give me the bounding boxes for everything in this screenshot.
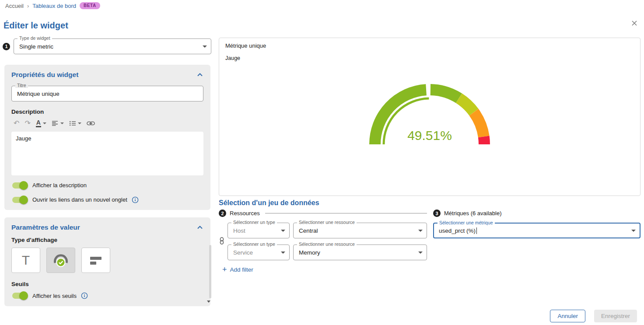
step-1-badge: 1 bbox=[3, 43, 10, 50]
value-settings-heading: Paramètres de valeur bbox=[11, 224, 80, 231]
field-value: Host bbox=[233, 227, 245, 234]
display-type-bar-tile[interactable] bbox=[81, 248, 110, 273]
chevron-down-icon bbox=[631, 230, 636, 232]
value-settings-panel: Paramètres de valeur Type d'affichage T bbox=[4, 217, 210, 306]
breadcrumb-separator-icon: › bbox=[27, 3, 29, 9]
field-value: Central bbox=[299, 227, 318, 234]
chevron-down-icon bbox=[418, 252, 423, 254]
field-value: Memory bbox=[299, 249, 320, 256]
gauge-value-text: 49.51% bbox=[407, 128, 452, 143]
chevron-down-icon bbox=[281, 252, 285, 254]
properties-heading: Propriétés du widget bbox=[11, 71, 78, 79]
chevron-down-icon bbox=[281, 230, 285, 232]
widget-properties-panel: Propriétés du widget Titre Description ↶… bbox=[4, 65, 210, 210]
step-2-badge: 2 bbox=[219, 210, 226, 217]
preview-title: Métrique unique bbox=[225, 42, 634, 49]
collapse-properties-chevron-up-icon[interactable] bbox=[196, 72, 203, 77]
field-label: Sélectionner une ressource bbox=[297, 242, 357, 247]
plus-icon: + bbox=[222, 266, 227, 273]
metrics-section: 3 Métriques (6 available) Sélectionner u… bbox=[433, 210, 640, 238]
gauge-display-icon bbox=[52, 252, 70, 268]
field-label: Sélectionner une ressource bbox=[297, 220, 357, 225]
bar-display-icon bbox=[88, 253, 103, 267]
widget-type-row: 1 Type de widget Single metric bbox=[3, 38, 211, 54]
page-title: Éditer le widget bbox=[4, 21, 68, 31]
metrics-label: Métriques (6 available) bbox=[444, 210, 502, 217]
preview-description: Jauge bbox=[225, 55, 634, 61]
add-filter-label: Add filter bbox=[230, 266, 253, 273]
resource-row: Sélectionner un type Host Sélectionner u… bbox=[228, 223, 427, 238]
metric-select[interactable]: Sélectionner une métrique used_prct (%) bbox=[433, 223, 640, 238]
widget-editor-page: Accueil › Tableaux de bord BETA Éditer l… bbox=[0, 0, 644, 325]
breadcrumb: Accueil › Tableaux de bord BETA bbox=[5, 2, 100, 9]
open-links-new-tab-label: Ouvrir les liens dans un nouvel onglet bbox=[32, 196, 127, 203]
title-field[interactable]: Titre bbox=[11, 86, 203, 101]
gauge-chart: 49.51% bbox=[342, 74, 517, 153]
breadcrumb-dashboards-link[interactable]: Tableaux de bord bbox=[32, 3, 76, 9]
text-color-icon[interactable]: A bbox=[34, 119, 49, 128]
info-icon[interactable] bbox=[81, 292, 88, 299]
show-description-label: Afficher la description bbox=[32, 182, 87, 189]
link-resources-icon[interactable] bbox=[219, 237, 224, 245]
resources-divider bbox=[265, 213, 427, 213]
show-description-toggle[interactable] bbox=[11, 181, 28, 190]
thresholds-label: Seuils bbox=[11, 281, 203, 287]
widget-preview-panel: Métrique unique Jauge 49.51% bbox=[219, 38, 640, 196]
cancel-button[interactable]: Annuler bbox=[550, 310, 585, 322]
resource-type-select-host[interactable]: Sélectionner un type Host bbox=[228, 223, 290, 238]
metric-select-label: Sélectionner une métrique bbox=[438, 220, 495, 225]
redo-icon[interactable]: ↷ bbox=[22, 119, 32, 128]
add-filter-button[interactable]: + Add filter bbox=[222, 266, 427, 273]
breadcrumb-home-link[interactable]: Accueil bbox=[5, 3, 24, 9]
step-3-badge: 3 bbox=[433, 210, 441, 217]
text-display-icon: T bbox=[22, 253, 30, 268]
display-type-options: T bbox=[11, 248, 203, 273]
chevron-down-icon bbox=[418, 230, 423, 232]
description-label: Description bbox=[11, 108, 203, 115]
widget-type-select[interactable]: Type de widget Single metric bbox=[14, 38, 211, 54]
display-type-text-tile[interactable]: T bbox=[11, 248, 40, 273]
left-scrollbar-thumb[interactable] bbox=[209, 245, 211, 298]
chevron-down-icon bbox=[203, 45, 207, 48]
align-icon[interactable] bbox=[49, 119, 66, 127]
description-editor[interactable]: Jauge bbox=[11, 132, 203, 175]
link-icon[interactable] bbox=[84, 120, 97, 127]
field-value: Service bbox=[233, 249, 253, 256]
chevron-down-icon bbox=[78, 122, 81, 124]
close-icon[interactable] bbox=[630, 19, 639, 28]
scrollbar-down-arrow-icon[interactable] bbox=[207, 301, 210, 303]
richtext-toolbar: ↶ ↷ A bbox=[11, 119, 203, 128]
show-thresholds-toggle[interactable] bbox=[11, 291, 28, 300]
widget-type-label: Type de widget bbox=[18, 36, 52, 41]
resource-select-memory[interactable]: Sélectionner une ressource Memory bbox=[293, 245, 427, 260]
undo-icon[interactable]: ↶ bbox=[11, 119, 21, 128]
field-label: Sélectionner un type bbox=[231, 220, 277, 225]
resource-row: Sélectionner un type Service Sélectionne… bbox=[228, 245, 427, 260]
collapse-value-settings-chevron-up-icon[interactable] bbox=[196, 225, 203, 230]
resource-type-select-service[interactable]: Sélectionner un type Service bbox=[228, 245, 290, 260]
info-icon[interactable] bbox=[132, 196, 139, 203]
display-type-gauge-tile[interactable] bbox=[46, 248, 75, 273]
resources-section: 2 Ressources Sélectionner un type Host S… bbox=[219, 210, 427, 273]
open-links-new-tab-toggle[interactable] bbox=[11, 196, 28, 204]
show-thresholds-label: Afficher les seuils bbox=[32, 293, 77, 299]
metric-select-value: used_prct (%) bbox=[439, 227, 476, 234]
field-label: Sélectionner un type bbox=[231, 242, 277, 247]
widget-type-value: Single metric bbox=[19, 43, 53, 50]
text-cursor bbox=[476, 227, 477, 234]
chevron-down-icon bbox=[43, 122, 46, 124]
footer-actions: Annuler Enregistrer bbox=[550, 310, 637, 322]
resources-label: Ressources bbox=[230, 210, 260, 217]
beta-badge: BETA bbox=[80, 2, 100, 9]
chevron-down-icon bbox=[60, 122, 64, 124]
title-input[interactable] bbox=[17, 91, 192, 97]
display-type-label: Type d'affichage bbox=[11, 237, 203, 243]
dataset-heading: Sélection d'un jeu de données bbox=[219, 199, 319, 207]
save-button[interactable]: Enregistrer bbox=[594, 310, 637, 322]
resource-select-central[interactable]: Sélectionner une ressource Central bbox=[293, 223, 427, 238]
title-field-label: Titre bbox=[15, 83, 28, 88]
list-icon[interactable] bbox=[67, 119, 84, 127]
